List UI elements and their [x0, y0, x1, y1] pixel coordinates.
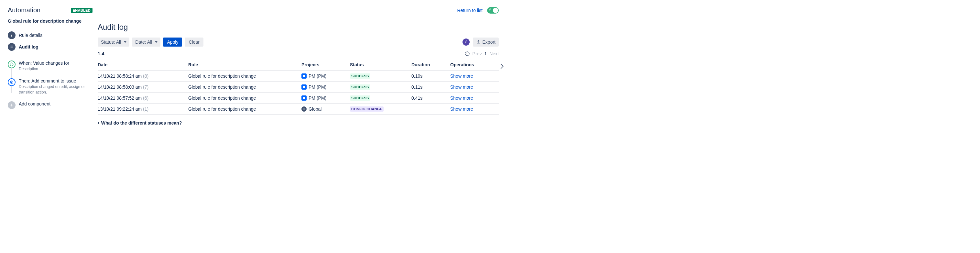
cell-status: CONFIG CHANGE: [350, 103, 411, 115]
svg-rect-7: [303, 97, 305, 99]
add-component-button[interactable]: + Add component: [8, 99, 92, 113]
pager-prev[interactable]: Prev: [473, 51, 482, 56]
project-icon: [301, 84, 307, 90]
status-badge: SUCCESS: [350, 95, 370, 100]
col-projects: Projects: [301, 59, 350, 70]
timeline-when[interactable]: When: Value changes for Description: [8, 59, 92, 76]
timeline-title: When: Value changes for: [19, 60, 92, 66]
col-duration: Duration: [411, 59, 450, 70]
clear-button[interactable]: Clear: [185, 38, 203, 46]
info-icon[interactable]: i: [463, 38, 469, 46]
main-content: Return to list Audit log Status: All Dat…: [95, 6, 499, 126]
show-more-link[interactable]: Show more: [450, 73, 473, 79]
event-count: (7): [143, 84, 148, 90]
cell-status: SUCCESS: [350, 92, 411, 103]
rule-name: Global rule for description change: [8, 18, 92, 24]
cell-project: PM (PM): [301, 81, 350, 92]
refresh-icon[interactable]: [465, 51, 470, 56]
show-more-link[interactable]: Show more: [450, 84, 473, 90]
table-row: 14/10/21 08:58:03 am (7)Global rule for …: [98, 81, 499, 92]
cell-status: SUCCESS: [350, 81, 411, 92]
show-more-link[interactable]: Show more: [450, 107, 473, 111]
cell-rule: Global rule for description change: [188, 103, 301, 115]
cell-date: 13/10/21 09:22:24 am (1): [98, 103, 188, 115]
cell-project: PM (PM): [301, 70, 350, 81]
project-icon: [301, 73, 307, 79]
page-title: Automation: [8, 6, 40, 14]
pager-next[interactable]: Next: [489, 51, 499, 56]
status-badge: CONFIG CHANGE: [350, 107, 383, 111]
scroll-right-button[interactable]: [498, 62, 505, 72]
timeline-then[interactable]: Then: Add comment to issue Description c…: [8, 76, 92, 100]
cell-rule: Global rule for description change: [188, 81, 301, 92]
date-filter-dropdown[interactable]: Date: All: [132, 38, 161, 46]
event-count: (6): [143, 95, 148, 100]
return-to-list-link[interactable]: Return to list: [457, 8, 482, 13]
cell-status: SUCCESS: [350, 70, 411, 81]
timeline-title: Then: Add comment to issue: [19, 78, 92, 83]
cell-rule: Global rule for description change: [188, 92, 301, 103]
col-rule: Rule: [188, 59, 301, 70]
svg-rect-6: [303, 86, 305, 88]
plus-icon: +: [8, 101, 16, 109]
chevron-right-icon: [498, 62, 505, 71]
apply-button[interactable]: Apply: [163, 38, 182, 46]
trigger-icon: [8, 60, 16, 68]
col-operations: Operations: [450, 59, 499, 70]
timeline-desc: Description changed on edit, assign or t…: [19, 84, 92, 95]
list-icon: [8, 43, 16, 51]
result-range: 1-4: [98, 51, 104, 56]
info-icon: [8, 31, 16, 39]
svg-point-4: [11, 82, 12, 83]
sidebar-item-label: Rule details: [19, 33, 42, 38]
cell-project: Global: [301, 103, 350, 115]
event-count: (8): [143, 73, 148, 79]
pager-page: 1: [484, 51, 487, 56]
status-filter-dropdown[interactable]: Status: All: [98, 38, 129, 46]
sidebar-item-rule-details[interactable]: Rule details: [8, 29, 92, 41]
enabled-badge: ENABLED: [71, 8, 92, 13]
cell-date: 14/10/21 08:58:03 am (7): [98, 81, 188, 92]
cell-duration: 0.10s: [411, 70, 450, 81]
export-button[interactable]: Export: [473, 38, 499, 46]
export-label: Export: [482, 40, 495, 45]
cell-duration: 0.11s: [411, 81, 450, 92]
status-badge: SUCCESS: [350, 73, 370, 79]
project-icon: [301, 95, 307, 100]
cell-duration: [411, 103, 450, 115]
status-badge: SUCCESS: [350, 84, 370, 90]
cell-duration: 0.41s: [411, 92, 450, 103]
section-heading: Audit log: [98, 23, 499, 32]
show-more-link[interactable]: Show more: [450, 95, 473, 100]
table-row: 13/10/21 09:22:24 am (1)Global rule for …: [98, 103, 499, 115]
sidebar: Automation ENABLED Global rule for descr…: [8, 6, 95, 126]
svg-rect-5: [303, 75, 305, 77]
cell-date: 14/10/21 08:58:24 am (8): [98, 70, 188, 81]
upload-icon: [476, 40, 480, 45]
sidebar-item-label: Audit log: [19, 45, 38, 49]
pagination: Prev 1 Next: [465, 51, 499, 56]
globe-icon: [301, 107, 307, 111]
audit-log-table: Date Rule Projects Status Duration Opera…: [98, 59, 499, 115]
cell-date: 14/10/21 08:57:52 am (6): [98, 92, 188, 103]
table-row: 14/10/21 08:58:24 am (8)Global rule for …: [98, 70, 499, 81]
timeline-desc: Description: [19, 66, 92, 72]
rule-enabled-toggle[interactable]: [487, 7, 499, 14]
add-component-label: Add component: [19, 101, 92, 107]
sidebar-item-audit-log[interactable]: Audit log: [8, 41, 92, 53]
event-count: (1): [143, 107, 148, 111]
col-status: Status: [350, 59, 411, 70]
action-icon: [8, 78, 16, 86]
col-date: Date: [98, 59, 188, 70]
status-help-disclosure[interactable]: What do the different statuses mean?: [98, 120, 499, 126]
cell-project: PM (PM): [301, 92, 350, 103]
cell-rule: Global rule for description change: [188, 70, 301, 81]
table-row: 14/10/21 08:57:52 am (6)Global rule for …: [98, 92, 499, 103]
